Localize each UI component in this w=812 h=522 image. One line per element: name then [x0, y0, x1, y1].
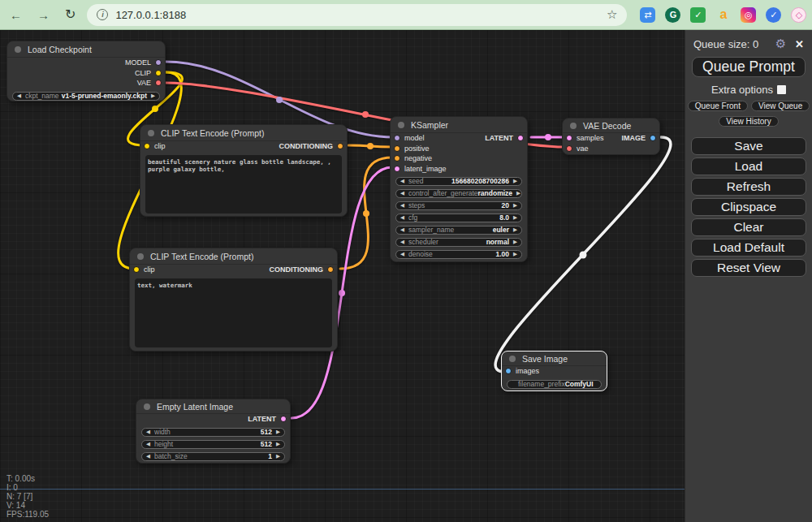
url-text[interactable]: 127.0.0.1:8188	[115, 9, 186, 21]
conditioning-port-dot[interactable]	[327, 266, 334, 273]
input-samples[interactable]: samples	[566, 134, 604, 142]
prev-arrow-icon[interactable]: ◀	[400, 179, 404, 184]
latent-port-dot[interactable]	[566, 135, 572, 141]
reload-icon[interactable]: ↻	[65, 8, 76, 21]
latent-port-dot[interactable]	[517, 135, 524, 141]
node-save-image[interactable]: Save Image images filename_prefix ComfyU…	[501, 351, 607, 391]
camera-extension-icon[interactable]: ◎	[741, 7, 756, 23]
back-icon[interactable]: ←	[10, 9, 22, 21]
conditioning-port-dot[interactable]	[337, 143, 343, 149]
prev-arrow-icon[interactable]: ◀	[17, 93, 21, 99]
prev-arrow-icon[interactable]: ◀	[400, 191, 404, 196]
clear-button[interactable]: Clear	[691, 218, 806, 236]
cfg-widget[interactable]: ◀ cfg 8.0 ▶	[395, 214, 522, 222]
prev-arrow-icon[interactable]: ◀	[146, 429, 150, 435]
input-clip[interactable]: clip	[144, 142, 166, 150]
conditioning-port-dot[interactable]	[394, 145, 400, 152]
output-conditioning[interactable]: CONDITIONING	[270, 265, 335, 274]
sampler-name-widget[interactable]: ◀ sampler_name euler ▶	[395, 226, 522, 235]
output-latent[interactable]: LATENT	[485, 134, 524, 142]
seed-widget[interactable]: ◀ seed 156680208700286 ▶	[395, 177, 522, 186]
view-queue-button[interactable]: View Queue	[751, 101, 810, 111]
next-arrow-icon[interactable]: ▶	[513, 215, 517, 221]
vae-port-dot[interactable]	[566, 145, 572, 152]
prev-arrow-icon[interactable]: ◀	[400, 239, 404, 245]
next-arrow-icon[interactable]: ▶	[513, 252, 517, 257]
next-arrow-icon[interactable]: ▶	[276, 454, 280, 459]
prev-arrow-icon[interactable]: ◀	[400, 203, 404, 209]
latent-port-dot[interactable]	[280, 416, 287, 422]
batch-size-widget[interactable]: ◀ batch_size 1 ▶	[141, 452, 285, 461]
denoise-widget[interactable]: ◀ denoise 1.00 ▶	[395, 250, 522, 259]
cloud-check-extension-icon[interactable]: ✓	[766, 7, 781, 23]
input-vae[interactable]: vae	[566, 145, 589, 153]
negative-prompt-text[interactable]: text, watermark	[135, 278, 332, 347]
refresh-button[interactable]: Refresh	[691, 178, 806, 196]
output-clip[interactable]: CLIP	[135, 69, 162, 77]
next-arrow-icon[interactable]: ▶	[513, 239, 517, 245]
save-button[interactable]: Save	[691, 137, 806, 155]
input-negative[interactable]: negative	[394, 154, 432, 162]
load-default-button[interactable]: Load Default	[691, 239, 806, 257]
prev-arrow-icon[interactable]: ◀	[400, 215, 404, 221]
conditioning-port-dot[interactable]	[394, 155, 400, 162]
positive-prompt-text[interactable]: beautiful scenery nature glass bottle la…	[145, 155, 342, 214]
next-arrow-icon[interactable]: ▶	[276, 442, 280, 447]
model-port-dot[interactable]	[394, 135, 400, 141]
node-ksampler[interactable]: KSampler model LATENT positive negative	[390, 116, 528, 262]
queue-prompt-button[interactable]: Queue Prompt	[692, 57, 806, 77]
output-latent[interactable]: LATENT	[248, 415, 287, 423]
settings-gear-icon[interactable]: ⚙	[775, 37, 786, 51]
output-model[interactable]: MODEL	[125, 58, 162, 67]
node-collapse-dot[interactable]	[570, 123, 577, 129]
control-after-generate-widget[interactable]: ◀ control_after_generate randomize ▶	[395, 189, 522, 198]
clipspace-button[interactable]: Clipspace	[691, 198, 806, 216]
node-collapse-dot[interactable]	[137, 253, 144, 260]
input-positive[interactable]: positive	[394, 145, 430, 153]
node-load-checkpoint[interactable]: Load Checkpoint MODEL CLIP VAE ◀ c	[6, 41, 166, 101]
model-port-dot[interactable]	[155, 59, 162, 66]
image-port-dot[interactable]	[650, 135, 656, 141]
filename-prefix-widget[interactable]: filename_prefix ComfyUI	[507, 380, 602, 389]
bookmark-star-icon[interactable]: ☆	[607, 7, 617, 22]
load-button[interactable]: Load	[691, 157, 806, 175]
input-latent-image[interactable]: latent_image	[394, 165, 447, 173]
image-port-dot[interactable]	[505, 368, 512, 374]
prev-arrow-icon[interactable]: ◀	[146, 442, 150, 447]
reset-view-button[interactable]: Reset View	[691, 259, 806, 277]
scheduler-widget[interactable]: ◀ scheduler normal ▶	[395, 238, 522, 247]
steps-widget[interactable]: ◀ steps 20 ▶	[395, 201, 522, 210]
input-clip[interactable]: clip	[133, 265, 155, 274]
clip-port-dot[interactable]	[133, 266, 140, 273]
check-extension-icon[interactable]: ✓	[690, 7, 706, 23]
address-bar[interactable]: i 127.0.0.1:8188 ☆	[87, 4, 627, 26]
node-collapse-dot[interactable]	[148, 130, 154, 136]
close-icon[interactable]: ✕	[795, 38, 804, 50]
node-collapse-dot[interactable]	[15, 46, 21, 53]
input-model[interactable]: model	[394, 134, 425, 142]
node-graph-canvas[interactable]: Load Checkpoint MODEL CLIP VAE ◀ c	[0, 30, 685, 522]
output-image[interactable]: IMAGE	[621, 134, 656, 142]
amazon-extension-icon[interactable]: a	[715, 7, 731, 23]
next-arrow-icon[interactable]: ▶	[516, 191, 520, 196]
site-info-icon[interactable]: i	[97, 9, 108, 20]
node-clip-text-encode-positive[interactable]: CLIP Text Encode (Prompt) clip CONDITION…	[140, 124, 348, 217]
node-collapse-dot[interactable]	[398, 122, 404, 128]
node-clip-text-encode-negative[interactable]: CLIP Text Encode (Prompt) clip CONDITION…	[129, 248, 338, 352]
grammarly-extension-icon[interactable]: G	[665, 7, 680, 23]
queue-front-button[interactable]: Queue Front	[688, 101, 748, 111]
next-arrow-icon[interactable]: ▶	[513, 179, 517, 184]
forward-icon[interactable]: →	[37, 9, 50, 21]
prev-arrow-icon[interactable]: ◀	[400, 227, 404, 233]
node-collapse-dot[interactable]	[509, 356, 516, 362]
next-arrow-icon[interactable]: ▶	[513, 227, 517, 233]
sync-extension-icon[interactable]: ⇄	[640, 7, 655, 23]
node-vae-decode[interactable]: VAE Decode samples IMAGE vae	[562, 118, 660, 155]
clip-port-dot[interactable]	[144, 143, 150, 149]
node-collapse-dot[interactable]	[144, 403, 150, 410]
latent-port-dot[interactable]	[394, 166, 400, 172]
extra-options-checkbox[interactable]	[777, 85, 786, 94]
input-images[interactable]: images	[505, 367, 539, 375]
height-widget[interactable]: ◀ height 512 ▶	[141, 440, 285, 449]
view-history-button[interactable]: View History	[719, 116, 778, 127]
